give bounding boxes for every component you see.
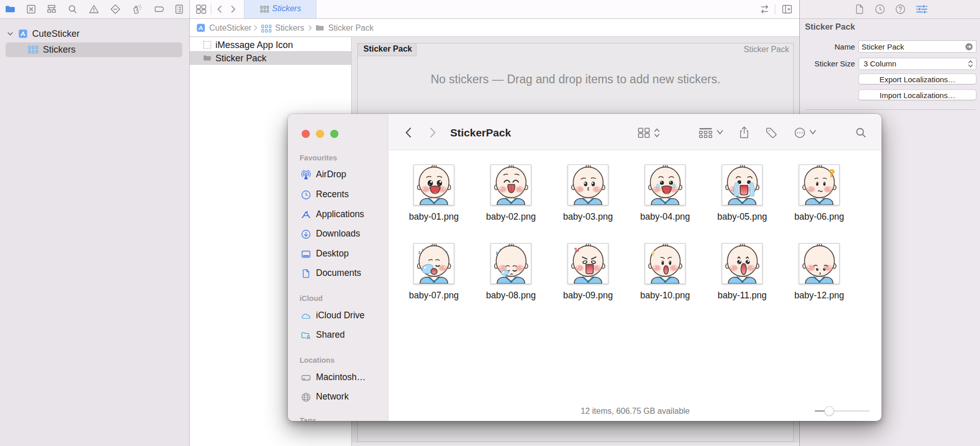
svg-text:z: z (496, 251, 498, 255)
svg-text:z: z (499, 247, 501, 251)
svg-text:z: z (422, 247, 424, 251)
svg-text:z: z (419, 250, 421, 255)
svg-text:z: z (446, 250, 448, 254)
svg-text:?: ? (828, 167, 835, 179)
